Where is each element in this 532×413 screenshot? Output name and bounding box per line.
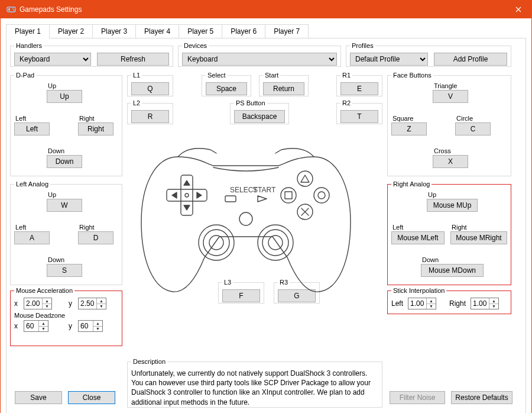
l2-group: L2R [127,99,173,124]
refresh-button[interactable]: Refresh [97,53,169,66]
close-window-button[interactable] [505,1,531,18]
close-button[interactable]: Close [68,391,115,404]
svg-point-2 [12,8,14,9]
devices-group: Devices Keyboard [178,42,341,67]
titlebar: Gamepads Settings [1,1,531,18]
svg-point-21 [262,230,288,256]
lanalog-up-button[interactable]: W [47,199,82,212]
description-group: Description Unfortunately, we currently … [127,358,382,408]
svg-point-18 [203,230,229,256]
tab-player-5[interactable]: Player 5 [179,24,222,38]
profiles-group: Profiles Default Profile Add Profile [346,42,511,67]
ps-button-group: PS ButtonBackspace [230,99,289,124]
stick-interp-group: Stick Interpolation Left ▲▼ Right ▲▼ [387,287,511,314]
tab-player-4[interactable]: Player 4 [135,24,179,38]
restore-defaults-button[interactable]: Restore Defaults [451,391,512,404]
left-analog-group: Left Analog UpW LeftA RightD DownS [10,180,122,285]
svg-point-8 [281,188,296,203]
ranalog-down-button[interactable]: Mouse MDown [421,264,484,277]
right-analog-group: Right Analog UpMouse MUp LeftMouse MLeft… [387,180,511,285]
lanalog-down-button[interactable]: S [47,264,82,277]
svg-rect-1 [8,8,10,11]
svg-point-12 [297,204,313,220]
svg-rect-13 [225,196,236,202]
svg-rect-5 [167,189,207,201]
mouse-accel-y-spin[interactable]: ▲▼ [78,298,106,309]
square-button[interactable]: Z [391,122,427,135]
l2-button[interactable]: R [131,110,169,123]
app-icon [7,5,16,14]
svg-point-22 [268,235,283,250]
r3-group: R3G [274,279,320,304]
dpad-down-button[interactable]: Down [47,155,82,168]
stick-interp-right-spin[interactable]: ▲▼ [471,298,499,309]
ranalog-right-button[interactable]: Mouse MRight [450,231,507,244]
mouse-dead-x-spin[interactable]: ▲▼ [24,320,48,332]
ps-button[interactable]: Backspace [234,110,285,123]
dpad-right-button[interactable]: Right [78,122,113,135]
circle-button[interactable]: C [455,122,491,135]
player-tabs: Player 1 Player 2 Player 3 Player 4 Play… [6,24,526,38]
svg-point-20 [258,225,293,260]
mouse-dead-y-spin[interactable]: ▲▼ [78,320,103,332]
svg-point-11 [318,192,325,199]
svg-rect-4 [181,175,193,215]
svg-text:START: START [253,186,276,194]
select-button[interactable]: Space [206,82,247,95]
lanalog-right-button[interactable]: D [78,231,113,244]
profiles-select[interactable]: Default Profile [350,53,428,66]
svg-point-3 [14,9,15,11]
r2-group: R2T [336,99,382,124]
description-text: Unfortunately, we currently do not nativ… [131,369,378,407]
devices-select[interactable]: Keyboard [182,53,337,66]
svg-rect-9 [285,192,292,199]
lanalog-left-button[interactable]: A [14,231,50,244]
l3-group: L3F [218,279,264,304]
svg-point-7 [297,171,313,186]
svg-point-19 [209,235,223,250]
dpad-up-button[interactable]: Up [47,90,82,103]
svg-text:SELECT: SELECT [230,186,258,194]
dpad-left-button[interactable]: Left [14,122,50,135]
l1-button[interactable]: Q [131,82,169,95]
add-profile-button[interactable]: Add Profile [434,53,507,66]
controller-illustration: SELECT START [131,139,361,299]
svg-point-6 [185,193,189,197]
tab-player-7[interactable]: Player 7 [265,24,309,38]
r3-button[interactable]: G [278,289,316,302]
window-title: Gamepads Settings [20,5,505,14]
svg-point-17 [199,225,234,260]
r2-button[interactable]: T [340,110,378,123]
stick-interp-left-spin[interactable]: ▲▼ [408,298,436,309]
mouse-accel-x-spin[interactable]: ▲▼ [24,298,52,309]
select-group: SelectSpace [202,72,251,96]
face-buttons-group: Face Buttons TriangleV SquareZ CircleC C… [387,72,511,176]
cross-button[interactable]: X [433,155,468,168]
start-button[interactable]: Return [263,82,304,95]
svg-point-10 [314,188,329,203]
svg-point-16 [239,212,252,225]
r1-button[interactable]: E [340,82,378,95]
handlers-group: Handlers Keyboard Refresh [10,42,173,67]
tab-player-3[interactable]: Player 3 [92,24,136,38]
save-button[interactable]: Save [15,391,62,404]
handlers-select[interactable]: Keyboard [14,53,91,66]
ranalog-left-button[interactable]: Mouse MLeft [391,231,445,244]
filter-noise-button[interactable]: Filter Noise [390,391,445,404]
tab-player-1[interactable]: Player 1 [6,24,50,38]
start-group: StartReturn [259,72,309,96]
mouse-group: Mouse Acceleration x ▲▼ y ▲▼ Mouse Deadz… [10,287,122,346]
ranalog-up-button[interactable]: Mouse MUp [427,199,478,212]
tab-player-2[interactable]: Player 2 [49,24,93,38]
dpad-group: D-Pad UpUp LeftLeft RightRight DownDown [10,72,122,176]
tab-player-6[interactable]: Player 6 [222,24,265,38]
r1-group: R1E [336,72,382,96]
l3-button[interactable]: F [222,289,260,302]
l1-group: L1Q [127,72,173,96]
triangle-button[interactable]: V [433,90,468,103]
